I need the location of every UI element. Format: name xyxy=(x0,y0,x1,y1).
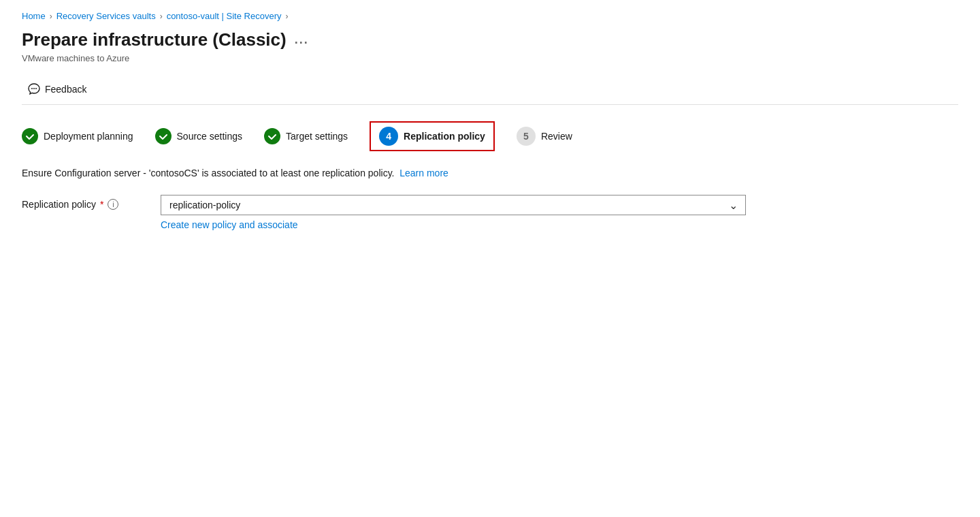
step-number-icon-4: 4 xyxy=(379,127,398,146)
step-label-1: Deployment planning xyxy=(44,131,133,142)
page-title: Prepare infrastructure (Classic) xyxy=(22,29,287,50)
step-replication-policy[interactable]: 4 Replication policy xyxy=(370,121,495,151)
description-text: Ensure Configuration server - 'contosoCS… xyxy=(22,168,958,178)
step-number-icon-5: 5 xyxy=(517,127,536,146)
toolbar: Feedback xyxy=(22,74,958,105)
step-label-3: Target settings xyxy=(286,131,348,142)
learn-more-link[interactable]: Learn more xyxy=(399,168,448,178)
breadcrumb-home[interactable]: Home xyxy=(22,11,46,21)
breadcrumb-sep-3: › xyxy=(285,12,288,21)
breadcrumb-sep-2: › xyxy=(160,12,163,21)
info-icon[interactable]: i xyxy=(108,199,118,210)
form-row: Replication policy * i replication-polic… xyxy=(22,195,958,230)
form-label: Replication policy * i xyxy=(22,195,144,210)
required-indicator: * xyxy=(100,199,103,210)
step-review[interactable]: 5 Review xyxy=(517,127,572,146)
create-new-policy-link[interactable]: Create new policy and associate xyxy=(161,219,746,230)
step-deployment-planning[interactable]: Deployment planning xyxy=(22,128,133,144)
breadcrumb: Home › Recovery Services vaults › contos… xyxy=(22,11,958,21)
step-check-icon-3 xyxy=(264,128,280,144)
svg-point-0 xyxy=(31,88,33,89)
svg-point-2 xyxy=(35,88,37,89)
step-check-icon-2 xyxy=(155,128,172,144)
form-label-text: Replication policy xyxy=(22,199,96,210)
feedback-icon xyxy=(27,82,41,96)
step-label-5: Review xyxy=(541,131,572,142)
step-label-2: Source settings xyxy=(177,131,243,142)
breadcrumb-recovery-vaults[interactable]: Recovery Services vaults xyxy=(56,11,156,21)
step-label-4: Replication policy xyxy=(404,131,485,142)
feedback-label: Feedback xyxy=(45,84,86,95)
breadcrumb-contoso-vault[interactable]: contoso-vault | Site Recovery xyxy=(167,11,282,21)
svg-point-1 xyxy=(33,88,35,89)
page-subtitle: VMware machines to Azure xyxy=(22,53,958,63)
replication-policy-dropdown[interactable]: replication-policy xyxy=(161,195,746,215)
form-input-wrapper: replication-policy ⌄ Create new policy a… xyxy=(161,195,746,230)
page-title-row: Prepare infrastructure (Classic) ... xyxy=(22,29,958,50)
step-target-settings[interactable]: Target settings xyxy=(264,128,348,144)
feedback-button[interactable]: Feedback xyxy=(22,80,92,99)
step-source-settings[interactable]: Source settings xyxy=(155,128,243,144)
page-container: Home › Recovery Services vaults › contos… xyxy=(0,0,980,247)
step-check-icon-1 xyxy=(22,128,38,144)
more-options-button[interactable]: ... xyxy=(295,33,309,47)
dropdown-wrapper: replication-policy ⌄ xyxy=(161,195,746,215)
steps-container: Deployment planning Source settings Targ… xyxy=(22,121,958,151)
breadcrumb-sep-1: › xyxy=(50,12,52,21)
